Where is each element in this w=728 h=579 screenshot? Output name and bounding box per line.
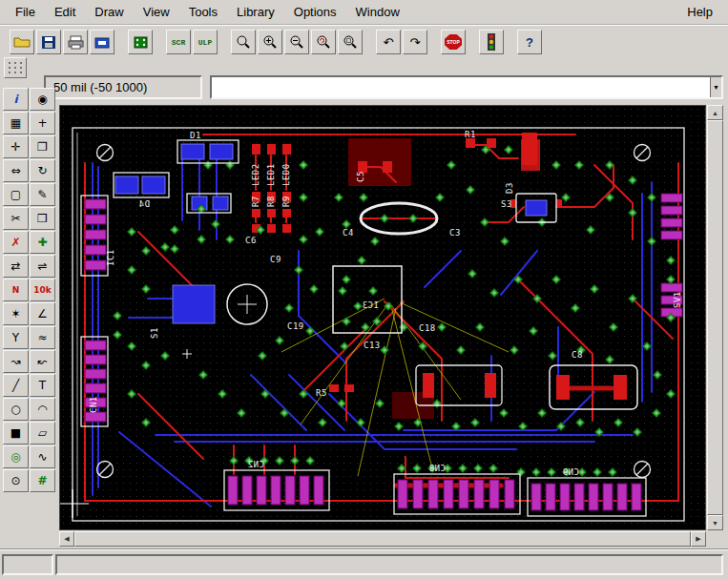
help-button[interactable]: ? [517, 30, 542, 54]
tool-paste[interactable]: ❒ [30, 207, 55, 230]
pcb-label-c13: C13 [364, 341, 381, 350]
tool-rotate[interactable]: ↻ [30, 159, 55, 182]
tool-smash[interactable]: ✶ [3, 302, 29, 325]
zoom-out-button[interactable] [284, 30, 309, 54]
pcb-label-c3: C3 [449, 228, 461, 238]
script-button[interactable]: SCR [166, 30, 191, 54]
zoom-redraw-button[interactable] [311, 30, 336, 54]
scroll-down-button[interactable]: ▼ [707, 515, 723, 530]
pcb-label-led1: LED1 [266, 163, 276, 186]
pcb-label-c9: C9 [270, 255, 281, 264]
pcb-label-s3: S3 [501, 199, 512, 209]
tool-group[interactable]: ▢ [3, 183, 29, 206]
menu-view[interactable]: View [134, 1, 179, 23]
scroll-right-button[interactable]: ▶ [691, 531, 706, 547]
statusbar-divider [0, 548, 728, 550]
pcb-drawing: D1 D4 LED2 LED1 LED0 R7 R8 R9 C5 R1 D3 S… [60, 106, 706, 530]
zoom-select-icon [343, 34, 358, 50]
command-scroll-arrow[interactable]: ▼ [710, 77, 721, 97]
pcb-label-d1: D1 [190, 131, 201, 140]
save-button[interactable] [36, 30, 61, 54]
tool-optimize[interactable]: ≈ [30, 326, 55, 349]
menu-library[interactable]: Library [227, 1, 284, 23]
menu-edit[interactable]: Edit [45, 1, 85, 23]
menu-file[interactable]: File [6, 1, 45, 23]
pcb-label-ic1: IC1 [106, 249, 115, 266]
tool-delete[interactable]: ✗ [3, 231, 29, 254]
board-button[interactable] [128, 30, 153, 54]
zoom-in-icon [262, 34, 278, 50]
board-canvas[interactable]: D1 D4 LED2 LED1 LED0 R7 R8 R9 C5 R1 D3 S… [59, 105, 706, 530]
undo-button[interactable]: ↶ [376, 30, 401, 54]
ulp-button[interactable]: ULP [193, 30, 218, 54]
tool-route[interactable]: ↝ [3, 350, 29, 373]
pcb-label-r1: R1 [465, 130, 476, 139]
pcb-label-cn2: CN2 [247, 460, 264, 469]
pcb-label-d4: D4 [138, 199, 150, 209]
scroll-up-button[interactable]: ▲ [707, 105, 723, 120]
grid-button[interactable] [4, 57, 27, 78]
tool-split[interactable]: Y [3, 326, 29, 349]
scroll-left-button[interactable]: ◀ [59, 531, 74, 547]
tool-circle[interactable]: ○ [3, 398, 29, 421]
stop-button[interactable]: STOP [441, 30, 466, 54]
zoom-fit-button[interactable] [231, 30, 256, 54]
cam-button[interactable] [90, 30, 114, 54]
command-input[interactable] [212, 77, 710, 97]
zoom-in-button[interactable] [258, 30, 282, 54]
vertical-scrollbar[interactable]: ▲ ▼ [707, 105, 723, 530]
tool-move[interactable]: ✛ [3, 135, 29, 158]
folder-open-icon [13, 35, 31, 49]
pcb-label-c8: C8 [572, 350, 583, 360]
horizontal-scrollbar[interactable]: ◀ ▶ [59, 531, 706, 547]
bottom-components [115, 144, 547, 323]
tool-add[interactable]: ✚ [30, 231, 55, 254]
mounting-hole-icon [97, 145, 114, 161]
tool-show[interactable]: ◉ [30, 88, 55, 111]
zoom-out-icon [289, 34, 304, 50]
menu-help[interactable]: Help [677, 1, 722, 23]
command-line: ▼ [210, 75, 723, 99]
tool-info[interactable]: i [3, 88, 29, 111]
eagle-board-editor-window: { "menubar": { "items": ["File", "Edit",… [0, 0, 728, 579]
vertical-scroll-thumb[interactable] [707, 120, 723, 515]
tool-cut[interactable]: ✂ [3, 207, 29, 230]
menu-tools[interactable]: Tools [179, 1, 227, 23]
stop-sign-icon: STOP [445, 34, 462, 50]
menu-options[interactable]: Options [284, 1, 346, 23]
menu-draw[interactable]: Draw [85, 1, 133, 23]
menu-window[interactable]: Window [346, 1, 409, 23]
mounting-hole-icon [97, 462, 114, 478]
menubar: File Edit Draw View Tools Library Option… [0, 0, 728, 26]
tool-display[interactable]: ▦ [3, 112, 29, 134]
open-button[interactable] [10, 30, 34, 54]
horizontal-scroll-thumb[interactable] [74, 531, 691, 547]
tool-polygon[interactable]: ▱ [30, 422, 55, 445]
tool-value[interactable]: 10k [30, 279, 55, 301]
tool-name[interactable]: N [3, 279, 29, 301]
print-button[interactable] [63, 30, 88, 54]
tool-signal[interactable]: ∿ [30, 445, 55, 468]
tool-text[interactable]: T [30, 374, 55, 397]
tool-arc[interactable]: ◠ [30, 398, 55, 421]
tool-pinswap[interactable]: ⇄ [3, 255, 29, 278]
tool-mirror[interactable]: ⇔ [3, 159, 29, 182]
tool-replace[interactable]: ⇌ [30, 255, 55, 278]
tool-ripup[interactable]: ↜ [30, 350, 55, 373]
zoom-select-button[interactable] [338, 30, 363, 54]
tool-miter[interactable]: ∠ [30, 302, 55, 325]
printer-icon [68, 35, 84, 50]
tool-wire[interactable]: ╱ [3, 374, 29, 397]
tool-rect[interactable]: ■ [3, 422, 29, 445]
tool-change[interactable]: ✎ [30, 183, 55, 206]
tool-ratsnest[interactable]: # [30, 469, 55, 492]
redo-button[interactable]: ↷ [403, 30, 427, 54]
tool-mark[interactable]: + [30, 112, 55, 134]
tool-hole[interactable]: ⊙ [3, 469, 29, 492]
pcb-label-cn1: CN1 [89, 396, 98, 413]
coordinate-display: 50 mil (-50 1000) [44, 75, 202, 99]
tool-via[interactable]: ◎ [3, 445, 29, 468]
tool-copy[interactable]: ❐ [30, 135, 55, 158]
scrollbar-corner [707, 531, 723, 547]
traffic-light-button[interactable] [479, 30, 504, 54]
